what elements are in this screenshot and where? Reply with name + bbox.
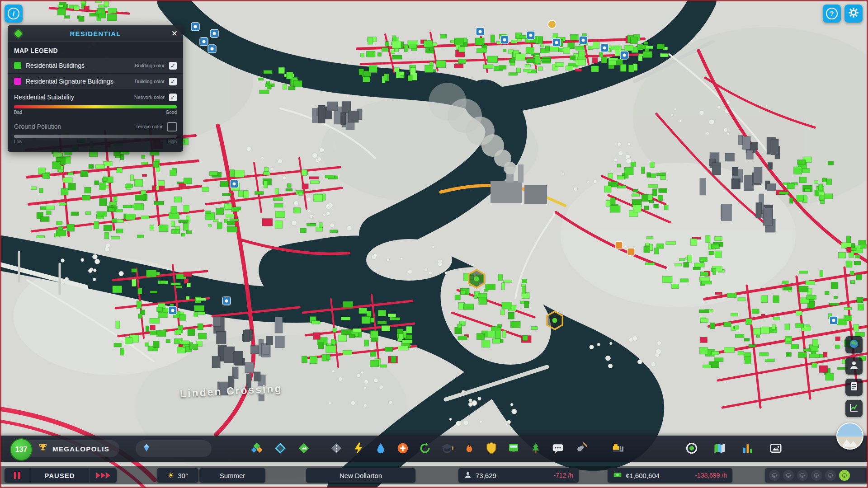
bulldozer-button[interactable] [608, 439, 628, 459]
city-level-badge[interactable]: 137 [10, 438, 33, 461]
legend-checkbox[interactable]: ✓ [169, 78, 177, 85]
map-service-marker-icon[interactable] [579, 36, 587, 44]
photo-thumbnail-button[interactable] [836, 422, 863, 450]
bulldozer-icon [611, 441, 625, 457]
neutral-face-icon[interactable]: ☺ [769, 470, 780, 481]
garbage-button[interactable] [415, 439, 435, 459]
communications-button[interactable] [548, 439, 568, 459]
garbage-icon [418, 441, 432, 457]
water-icon [374, 441, 387, 457]
map-service-marker-icon[interactable] [191, 23, 199, 31]
journal-button[interactable] [845, 379, 863, 396]
legend-gradient-bar [14, 105, 177, 108]
map-service-marker-icon[interactable] [200, 38, 208, 46]
journal-icon [849, 381, 859, 394]
map-service-marker-icon[interactable] [620, 51, 628, 59]
temperature-indicator[interactable]: ☀ 30° [157, 468, 198, 483]
legend-checkbox[interactable] [167, 122, 177, 131]
map-service-marker-icon[interactable] [222, 297, 231, 305]
map-service-marker-icon[interactable] [208, 45, 216, 53]
fire-rescue-icon [462, 441, 476, 457]
milestone-pill[interactable]: MEGALOPOLIS [21, 440, 119, 457]
neutral-face-icon[interactable]: ☺ [783, 470, 794, 481]
map-service-marker-icon[interactable] [527, 31, 535, 39]
map-tiles-button[interactable] [710, 439, 730, 459]
map-service-marker-icon[interactable] [500, 36, 509, 44]
money-rate: -138,699 /h [695, 472, 727, 479]
xp-gem-icon [142, 443, 151, 454]
neutral-face-icon[interactable]: ☺ [811, 470, 822, 481]
terraform-button[interactable] [571, 439, 591, 459]
happy-face-icon[interactable]: ☺ [839, 470, 850, 481]
education-button[interactable] [437, 439, 457, 459]
citizen-button[interactable] [845, 357, 863, 375]
city-name-label: New Dollarton [340, 472, 382, 479]
money-display[interactable]: ¢1,600,604 -138,699 /h [608, 468, 732, 483]
help-button[interactable]: ? [823, 5, 841, 23]
scale-high-label: High [167, 139, 177, 144]
water-button[interactable] [371, 439, 391, 459]
map-service-marker-icon[interactable] [552, 38, 561, 47]
speed-state-label: PAUSED [30, 468, 89, 483]
statistics-icon [741, 441, 755, 457]
landscaping-icon [297, 441, 311, 457]
gold-marker-icon[interactable] [548, 20, 556, 28]
roads-button[interactable] [326, 439, 346, 459]
signature-building-marker-icon[interactable] [469, 270, 485, 288]
simulation-speed-control: PAUSED [5, 468, 117, 483]
infoview-legend-panel: RESIDENTIAL ✕ MAP LEGEND Residential Bui… [8, 25, 183, 152]
electricity-button[interactable] [349, 439, 368, 459]
pause-button[interactable] [5, 468, 30, 483]
map-service-marker-icon[interactable] [169, 306, 177, 314]
season-label: Summer [220, 472, 245, 479]
landscaping-button[interactable] [294, 439, 314, 459]
legend-checkbox[interactable]: ✓ [169, 94, 177, 101]
districts-icon [274, 441, 287, 457]
legend-label: Residential Suitability [14, 94, 134, 101]
tool-group [326, 436, 568, 462]
settings-button[interactable] [844, 5, 863, 23]
legend-mode-label: Building color [135, 63, 165, 68]
building-alert-marker-icon[interactable] [615, 242, 623, 249]
legend-label: Residential Signature Buildings [26, 78, 135, 85]
map-service-marker-icon[interactable] [830, 316, 838, 324]
globe-button[interactable] [845, 336, 863, 353]
progression-button[interactable] [682, 439, 702, 459]
parks-button[interactable] [526, 439, 546, 459]
transport-button[interactable] [504, 439, 524, 459]
population-display[interactable]: 73,629 -712 /h [458, 468, 579, 483]
signature-building-marker-icon[interactable] [547, 311, 563, 329]
building-alert-marker-icon[interactable] [627, 248, 635, 255]
pause-icon [18, 472, 20, 479]
districts-button[interactable] [270, 439, 290, 459]
legend-label: Ground Pollution [14, 123, 135, 130]
xp-progress-pill[interactable] [136, 440, 212, 457]
progression-icon [685, 441, 698, 457]
scale-high-label: Good [166, 110, 177, 115]
health-button[interactable] [393, 439, 413, 459]
question-icon: ? [826, 8, 838, 19]
police-button[interactable] [481, 439, 501, 459]
terraform-icon [575, 441, 588, 457]
season-indicator[interactable]: Summer [199, 468, 265, 483]
neutral-face-icon[interactable]: ☺ [797, 470, 808, 481]
map-service-marker-icon[interactable] [230, 180, 238, 188]
legend-checkbox[interactable]: ✓ [169, 62, 177, 70]
infoview-button[interactable]: i [5, 5, 23, 23]
parks-icon [529, 441, 542, 457]
gear-icon [848, 7, 859, 20]
photo-mode-button[interactable] [766, 439, 786, 459]
map-service-marker-icon[interactable] [600, 44, 609, 52]
panel-header: RESIDENTIAL ✕ [8, 25, 183, 42]
chart-button[interactable] [845, 400, 863, 417]
zoning-button[interactable] [247, 439, 267, 459]
statistics-button[interactable] [738, 439, 758, 459]
fire-rescue-button[interactable] [459, 439, 479, 459]
map-service-marker-icon[interactable] [476, 28, 484, 36]
neutral-face-icon[interactable]: ☺ [825, 470, 836, 481]
legend-gradient-bar [14, 135, 177, 138]
map-service-marker-icon[interactable] [210, 29, 218, 38]
city-name-display[interactable]: New Dollarton [306, 468, 415, 483]
fast-forward-button[interactable] [89, 468, 117, 483]
close-icon[interactable]: ✕ [171, 29, 178, 38]
